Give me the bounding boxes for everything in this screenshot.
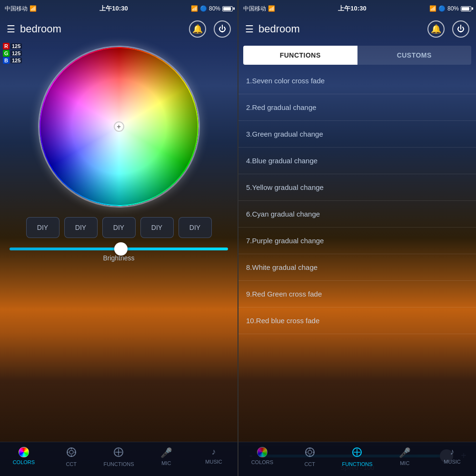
svg-point-5 [69,450,73,454]
right-nav-music-label: MUSIC [444,459,460,465]
right-power-button[interactable]: ⏻ [452,20,469,38]
left-status-left: 中国移动 📶 [5,5,37,13]
tab-customs-label: CUSTOMS [397,51,432,59]
right-bottom-nav: COLORS CCT FUNCTIONS 🎤 MIC ♪ MUSIC [238,442,476,476]
left-status-right: 📶 🔵 80% [191,5,233,12]
diy-button-1[interactable]: DIY [26,217,60,238]
left-app-header: ☰ bedroom 🔔 ⏻ [0,17,238,41]
left-battery-icon [222,6,233,11]
tab-customs[interactable]: CUSTOMS [357,46,472,65]
r-badge: R 125 [3,43,22,50]
left-nav-colors-label: COLORS [13,459,35,465]
right-nav-functions[interactable]: FUNCTIONS [334,446,381,467]
right-colors-icon [257,447,268,457]
left-signal-icon: 📶 [191,5,198,12]
right-nav-cct[interactable]: CCT [286,446,334,467]
function-item-2[interactable]: 2.Red gradual change [238,94,476,121]
right-nav-colors-label: COLORS [251,459,273,465]
left-power-button[interactable]: ⏻ [214,20,231,38]
left-nav-cct-label: CCT [66,461,77,467]
color-wheel-crosshair[interactable]: + [114,121,124,132]
right-nav-colors[interactable]: COLORS [238,446,286,465]
left-battery-pct: 80% [209,5,220,12]
tab-bar: FUNCTIONS CUSTOMS [243,46,471,65]
diy-button-4[interactable]: DIY [140,217,174,238]
left-power-icon: ⏻ [218,25,226,33]
diy-button-5[interactable]: DIY [178,217,212,238]
right-nav-mic[interactable]: 🎤 MIC [381,446,428,466]
brightness-thumb[interactable] [114,242,128,256]
right-mic-icon: 🎤 [399,447,411,458]
r-letter: R [3,43,10,50]
right-app-title: bedroom [258,23,427,35]
right-cct-icon [305,447,315,459]
left-functions-icon [113,447,124,459]
right-nav-mic-label: MIC [400,460,409,466]
right-status-time: 上午10:30 [338,4,366,13]
right-functions-icon [352,447,362,459]
left-bottom-nav: COLORS CCT FUNCTIONS 🎤 MIC ♪ MUSIC [0,442,238,476]
left-music-icon: ♪ [212,447,216,457]
left-status-bar: 中国移动 📶 上午10:30 📶 🔵 80% [0,0,238,17]
color-wheel[interactable]: + [38,46,200,208]
function-list: 1.Seven color cross fade 2.Red gradual c… [238,68,476,443]
function-item-5[interactable]: 5.Yellow gradual change [238,174,476,201]
right-power-icon: ⏻ [457,25,465,33]
rgb-badges: R 125 G 125 B 125 [3,43,22,64]
left-nav-functions-label: FUNCTIONS [103,461,134,467]
left-app-title: bedroom [20,23,189,35]
right-nav-music[interactable]: ♪ MUSIC [428,446,476,465]
tab-functions[interactable]: FUNCTIONS [243,46,357,65]
left-nav-mic[interactable]: 🎤 MIC [142,446,190,466]
function-item-10[interactable]: 10.Red blue cross fade [238,307,476,334]
left-panel: 中国移动 📶 上午10:30 📶 🔵 80% ☰ bedroom 🔔 ⏻ R 1… [0,0,238,476]
left-nav-colors[interactable]: COLORS [0,446,48,465]
function-item-3[interactable]: 3.Green gradual change [238,121,476,148]
r-value: 125 [10,43,22,49]
function-item-8[interactable]: 8.White gradual chage [238,254,476,281]
left-colors-icon [19,447,29,457]
left-status-time: 上午10:30 [99,4,128,13]
tab-functions-label: FUNCTIONS [280,51,321,59]
left-nav-music-label: MUSIC [205,459,222,465]
right-menu-icon[interactable]: ☰ [245,23,254,35]
b-letter: B [3,57,10,64]
left-cct-icon [66,447,77,459]
left-bt-icon: 🔵 [200,5,207,12]
right-battery-icon [461,6,471,11]
function-item-4[interactable]: 4.Blue gradual change [238,148,476,174]
diy-row: DIY DIY DIY DIY DIY [0,217,238,238]
right-header-icons: 🔔 ⏻ [427,20,469,38]
left-wifi-icon: 📶 [30,5,37,12]
right-bt-icon: 🔵 [438,5,446,12]
left-nav-cct[interactable]: CCT [48,446,95,467]
function-item-7[interactable]: 7.Purple gradual change [238,228,476,254]
right-alarm-button[interactable]: 🔔 [427,20,445,38]
right-alarm-icon: 🔔 [431,24,441,34]
g-badge: G 125 [3,50,22,57]
left-carrier: 中国移动 [5,5,28,13]
right-wifi-icon: 📶 [268,5,275,12]
function-item-1[interactable]: 1.Seven color cross fade [238,68,476,94]
left-nav-music[interactable]: ♪ MUSIC [190,446,238,465]
right-battery-pct: 80% [447,5,459,12]
g-value: 125 [10,50,22,56]
left-alarm-button[interactable]: 🔔 [189,20,206,38]
right-panel: 中国移动 📶 上午10:30 📶 🔵 80% ☰ bedroom 🔔 ⏻ FUN… [238,0,476,476]
diy-button-2[interactable]: DIY [64,217,98,238]
function-item-9[interactable]: 9.Red Green cross fade [238,281,476,307]
b-badge: B 125 [3,57,22,64]
brightness-slider-container: Brightness [10,248,228,262]
left-header-icons: 🔔 ⏻ [189,20,231,38]
diy-button-3[interactable]: DIY [102,217,136,238]
function-item-6[interactable]: 6.Cyan gradual change [238,201,476,228]
right-carrier: 中国移动 [243,5,266,13]
left-menu-icon[interactable]: ☰ [7,23,15,35]
color-wheel-container[interactable]: + [0,46,238,208]
brightness-track[interactable] [10,248,228,250]
right-nav-cct-label: CCT [304,461,315,467]
left-mic-icon: 🎤 [160,447,172,458]
right-nav-functions-label: FUNCTIONS [342,461,372,467]
b-value: 125 [10,58,22,63]
left-nav-functions[interactable]: FUNCTIONS [95,446,143,467]
